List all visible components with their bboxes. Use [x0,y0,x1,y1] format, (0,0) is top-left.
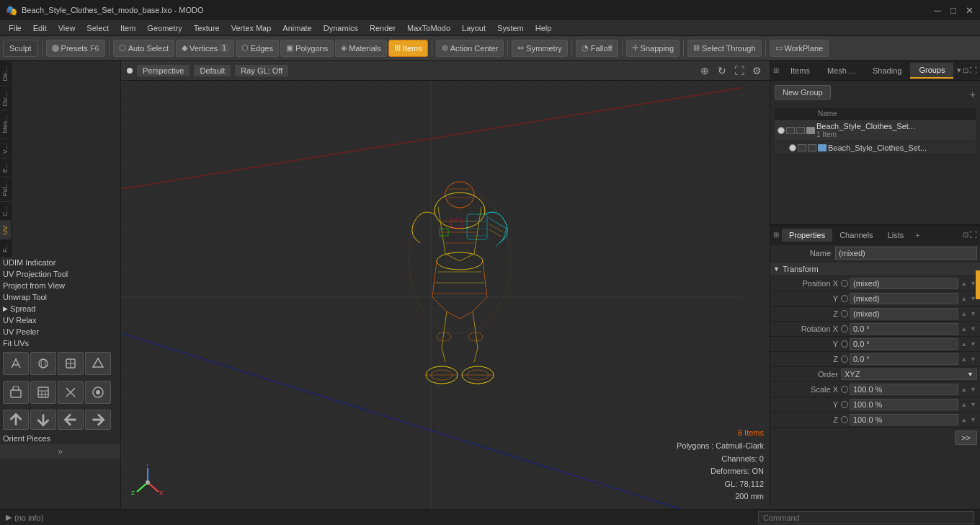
order-dropdown[interactable]: XYZ ▼ [841,369,977,380]
scale-z-down[interactable]: ▼ [969,416,977,423]
menu-layout[interactable]: Layout [456,22,491,34]
tab-groups[interactable]: Groups [910,63,953,79]
position-y-up[interactable]: ▲ [960,295,968,302]
scale-y-up[interactable]: ▲ [960,401,968,408]
props-tab-properties[interactable]: Properties [782,229,832,242]
menu-edit[interactable]: Edit [27,22,53,34]
lock-toggle-1[interactable] [786,127,795,134]
props-add-tab[interactable]: + [911,229,924,242]
menu-render[interactable]: Render [364,22,401,34]
eye-toggle-1[interactable] [778,127,785,134]
menu-system[interactable]: System [491,22,530,34]
arrow-left-btn[interactable] [58,410,84,430]
uv-peeler-tool[interactable]: UV Peeler [0,326,120,338]
position-z-up[interactable]: ▲ [960,310,968,317]
fit-uvs-tool[interactable]: Fit UVs [0,338,120,349]
rotation-z-down[interactable]: ▼ [969,356,977,363]
rotation-z-up[interactable]: ▲ [960,356,968,363]
symmetry-button[interactable]: ⇔ Symmetry [512,40,568,57]
tab-items[interactable]: Items [782,63,819,78]
tool-icon-1[interactable] [3,352,29,375]
props-fullscreen-btn[interactable]: ⛶ [970,231,977,239]
action-center-button[interactable]: ⊕ Action Center [436,40,504,57]
vtab-v[interactable]: V...: [0,138,11,158]
viewport-rotate-icon[interactable]: ↻ [715,63,729,78]
close-button[interactable]: ✕ [964,5,974,15]
select-through-button[interactable]: ⊠ Select Through [687,40,761,57]
unwrap-tool[interactable]: Unwrap Tool [0,291,120,303]
arrow-up-btn[interactable] [3,410,29,430]
menu-dynamics[interactable]: Dynamics [318,22,364,34]
vtab-de[interactable]: De:... [0,61,11,86]
rotation-x-circle[interactable] [841,325,848,332]
expand-icon[interactable]: ⊡ [963,66,968,74]
render-toggle-1[interactable] [796,127,805,134]
minimize-button[interactable]: ─ [932,5,943,15]
vtab-pol[interactable]: Pol... [0,177,11,201]
transform-section[interactable]: ▼ Transform [770,262,980,276]
menu-geometry[interactable]: Geometry [141,22,187,34]
eye-toggle-2[interactable] [789,144,796,151]
scale-z-up[interactable]: ▲ [960,416,968,423]
udim-indicator-tool[interactable]: UDIM Indicator [0,257,120,268]
vtab-du[interactable]: Du:... [0,86,11,111]
viewport-settings-icon[interactable]: ⚙ [749,63,764,78]
orient-pieces-tool[interactable]: Orient Pieces [0,433,120,444]
rotation-x-up[interactable]: ▲ [960,325,968,332]
menu-select[interactable]: Select [81,22,115,34]
tool-icon-7[interactable] [58,381,84,404]
maximize-button[interactable]: □ [948,5,958,15]
name-input[interactable] [835,247,977,260]
menu-view[interactable]: View [53,22,81,34]
menu-file[interactable]: File [3,22,27,34]
props-tab-lists[interactable]: Lists [881,229,912,242]
tool-icon-3[interactable] [58,352,84,375]
position-x-up[interactable]: ▲ [960,280,968,287]
position-y-value[interactable]: (mixed) [850,293,958,304]
props-tab-channels[interactable]: Channels [832,229,880,242]
scale-x-down[interactable]: ▼ [969,386,977,393]
props-expand-btn[interactable]: ⊡ [963,231,968,239]
project-from-view-tool[interactable]: Project from View [0,280,120,291]
viewport-canvas[interactable]: 6 Items Polygons : Catmull-Clark Channel… [121,81,770,509]
camera-label[interactable]: Perspective [137,65,190,76]
scale-y-circle[interactable] [841,401,848,408]
dropdown-icon[interactable]: ▾ [957,66,961,75]
scale-z-circle[interactable] [841,416,848,423]
arrow-down-btn[interactable] [30,410,56,430]
group-row-child[interactable]: Beach_Style_Clothes_Set... [775,141,976,155]
viewport-fullscreen-icon[interactable]: ⛶ [732,63,747,78]
workplane-button[interactable]: ▭ WorkPlane [770,40,829,57]
arrow-right-btn[interactable] [85,410,111,430]
vtab-f[interactable]: F... [0,239,11,257]
position-z-down[interactable]: ▼ [969,310,977,317]
menu-item[interactable]: Item [115,22,141,34]
props-expand-icon[interactable]: ⊞ [773,231,779,239]
vertices-button[interactable]: ◆ Vertices 1 [176,40,234,57]
props-apply-btn[interactable]: >> [955,431,977,445]
scale-x-circle[interactable] [841,386,848,393]
menu-animate[interactable]: Animate [277,22,317,34]
rotation-x-down[interactable]: ▼ [969,325,977,332]
status-arrow[interactable]: ▶ [6,513,12,522]
scale-x-value[interactable]: 100.0 % [850,384,958,395]
vtab-e[interactable]: E... [0,158,11,177]
left-expand-icon[interactable]: ⊞ [773,66,779,74]
rotation-x-value[interactable]: 0.0 ° [850,323,958,335]
tool-icon-2[interactable] [30,352,56,375]
rotation-z-value[interactable]: 0.0 ° [850,353,958,365]
tool-icon-4[interactable] [85,352,111,375]
spread-tool[interactable]: ▶Spread [0,303,120,314]
tab-shading[interactable]: Shading [864,63,910,78]
items-button[interactable]: ⊞ Items [388,40,428,57]
expand-more-button[interactable]: » [0,444,120,459]
polygons-button[interactable]: ▣ Polygons [280,40,334,57]
vtab-mes[interactable]: Mes... [0,110,11,138]
rotation-y-value[interactable]: 0.0 ° [850,338,958,350]
vtab-uv[interactable]: UV [0,221,11,239]
rotation-y-down[interactable]: ▼ [969,340,977,348]
new-group-button[interactable]: New Group [775,85,831,100]
rotation-y-up[interactable]: ▲ [960,340,968,348]
vtab-c[interactable]: C... [0,201,11,221]
uv-projection-tool[interactable]: UV Projection Tool [0,268,120,280]
